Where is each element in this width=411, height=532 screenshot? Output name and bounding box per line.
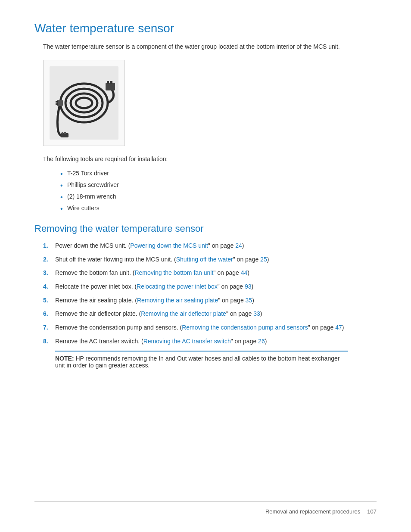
link-7[interactable]: Removing the condensation pump and senso… xyxy=(182,324,308,331)
step-number-3: 3. xyxy=(43,268,55,278)
page-title: Water temperature sensor xyxy=(34,22,377,35)
link-1[interactable]: Powering down the MCS unit xyxy=(130,242,208,249)
page-link-1[interactable]: 24 xyxy=(235,242,242,249)
step-number-5: 5. xyxy=(43,296,55,305)
footer-divider xyxy=(34,501,377,502)
note-box: NOTE: HP recommends removing the In and … xyxy=(55,351,348,369)
sensor-image-box xyxy=(43,60,125,146)
step-number-2: 2. xyxy=(43,255,55,264)
section-title: Removing the water temperature sensor xyxy=(34,223,377,234)
step-text-2: Shut off the water flowing into the MCS … xyxy=(55,255,371,264)
tool-item-3: (2) 18-mm wrench xyxy=(60,192,377,201)
svg-rect-7 xyxy=(64,132,66,134)
footer-section: Removal and replacement procedures xyxy=(265,508,360,515)
svg-rect-8 xyxy=(106,83,115,90)
footer: Removal and replacement procedures 107 xyxy=(265,508,377,515)
page-link-5[interactable]: 35 xyxy=(246,297,252,304)
step-4: 4. Relocate the power inlet box. (Reloca… xyxy=(43,282,371,292)
step-1: 1. Power down the MCS unit. (Powering do… xyxy=(43,241,371,251)
svg-rect-9 xyxy=(107,81,109,84)
step-text-7: Remove the condensation pump and sensors… xyxy=(55,323,371,333)
step-number-4: 4. xyxy=(43,282,55,292)
link-6[interactable]: Removing the air deflector plate xyxy=(141,310,226,317)
step-number-1: 1. xyxy=(43,241,55,251)
link-3[interactable]: Removing the bottom fan unit xyxy=(134,269,213,276)
step-5: 5. Remove the air sealing plate. (Removi… xyxy=(43,296,371,305)
svg-rect-11 xyxy=(57,100,63,106)
tool-item-2: Phillips screwdriver xyxy=(60,180,377,190)
link-2[interactable]: Shutting off the water xyxy=(176,256,233,263)
note-label: NOTE: xyxy=(55,355,74,362)
link-8[interactable]: Removing the AC transfer switch xyxy=(143,338,231,345)
intro-text: The water temperature sensor is a compon… xyxy=(43,42,371,51)
page-link-3[interactable]: 44 xyxy=(241,269,248,276)
link-4[interactable]: Relocating the power inlet box xyxy=(137,283,218,290)
step-3: 3. Remove the bottom fan unit. (Removing… xyxy=(43,268,371,278)
note-text: NOTE: HP recommends removing the In and … xyxy=(55,355,348,369)
page-link-7[interactable]: 47 xyxy=(335,324,342,331)
step-text-3: Remove the bottom fan unit. (Removing th… xyxy=(55,268,371,278)
step-8: 8. Remove the AC transfer switch. (Remov… xyxy=(43,337,371,346)
steps-list: 1. Power down the MCS unit. (Powering do… xyxy=(43,241,377,346)
tools-label: The following tools are required for ins… xyxy=(43,155,377,164)
step-text-1: Power down the MCS unit. (Powering down … xyxy=(55,241,371,251)
page-link-4[interactable]: 93 xyxy=(245,283,252,290)
step-2: 2. Shut off the water flowing into the M… xyxy=(43,255,371,264)
page-link-8[interactable]: 26 xyxy=(258,338,265,345)
step-text-8: Remove the AC transfer switch. (Removing… xyxy=(55,337,371,346)
step-text-4: Relocate the power inlet box. (Relocatin… xyxy=(55,282,371,292)
svg-rect-12 xyxy=(56,101,58,103)
svg-rect-13 xyxy=(56,103,58,105)
page-link-2[interactable]: 25 xyxy=(260,256,267,263)
link-5[interactable]: Removing the air sealing plate xyxy=(137,297,218,304)
step-number-6: 6. xyxy=(43,309,55,319)
step-6: 6. Remove the air deflector plate. (Remo… xyxy=(43,309,371,319)
page-link-6[interactable]: 33 xyxy=(253,310,260,317)
step-number-8: 8. xyxy=(43,337,55,346)
step-7: 7. Remove the condensation pump and sens… xyxy=(43,323,371,333)
footer-page: 107 xyxy=(367,508,377,515)
tool-item-4: Wire cutters xyxy=(60,204,377,213)
note-content: HP recommends removing the In and Out wa… xyxy=(55,355,339,369)
svg-rect-6 xyxy=(62,132,63,134)
svg-rect-10 xyxy=(110,81,112,84)
step-text-5: Remove the air sealing plate. (Removing … xyxy=(55,296,371,305)
tools-list: T-25 Torx driver Phillips screwdriver (2… xyxy=(60,169,377,213)
step-number-7: 7. xyxy=(43,323,55,333)
tool-item-1: T-25 Torx driver xyxy=(60,169,377,178)
step-text-6: Remove the air deflector plate. (Removin… xyxy=(55,309,371,319)
sensor-svg xyxy=(50,66,118,140)
